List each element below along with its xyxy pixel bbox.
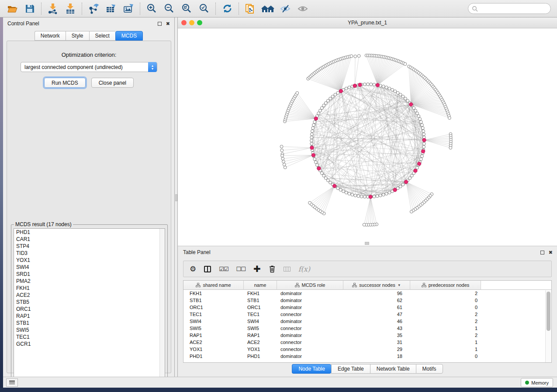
column-header-successor-nodes[interactable]: successor nodes▼ xyxy=(343,281,410,290)
export-network-button[interactable] xyxy=(85,2,102,16)
mcds-result-item[interactable]: FKH1 xyxy=(14,285,165,292)
zoom-selected-button[interactable] xyxy=(195,2,213,16)
mcds-result-item[interactable]: YOX1 xyxy=(14,257,165,264)
refresh-layout-button[interactable] xyxy=(218,2,236,16)
table-row[interactable]: STB1STB1dominator620 xyxy=(183,297,551,304)
float-panel-icon[interactable] xyxy=(158,22,162,26)
tab-network[interactable]: Network xyxy=(35,31,66,41)
tab-select[interactable]: Select xyxy=(89,31,115,41)
mcds-result-item[interactable]: STB1 xyxy=(14,320,165,327)
tab-style[interactable]: Style xyxy=(66,31,89,41)
add-column-icon[interactable]: ✚ xyxy=(253,265,261,273)
task-history-button[interactable] xyxy=(6,378,18,387)
column-header-name[interactable]: name xyxy=(244,281,277,290)
column-header-MCDS-role[interactable]: MCDS role xyxy=(277,281,343,290)
clone-network-button[interactable] xyxy=(242,2,259,16)
mcds-result-item[interactable]: STP4 xyxy=(14,243,165,250)
import-network-button[interactable] xyxy=(44,2,62,16)
tab-edge-table[interactable]: Edge Table xyxy=(331,364,370,374)
node-table[interactable]: shared namenameMCDS rolesuccessor nodes▼… xyxy=(183,280,552,363)
tab-node-table[interactable]: Node Table xyxy=(292,364,331,374)
toolbar-separator xyxy=(41,3,42,15)
zoom-selected-icon xyxy=(199,3,210,14)
tab-motifs[interactable]: Motifs xyxy=(416,364,443,374)
optimization-criterion-label: Optimization criterion: xyxy=(7,52,171,58)
table-scrollbar[interactable] xyxy=(545,290,551,362)
network-hscroll-thumb[interactable] xyxy=(365,242,369,245)
column-header-shared-name[interactable]: shared name xyxy=(183,281,244,290)
select-all-icon[interactable]: ☑☑ xyxy=(219,266,228,272)
table-row[interactable]: YOX1YOX1connector291 xyxy=(183,346,551,353)
search-box[interactable] xyxy=(468,3,551,14)
gear-icon[interactable]: ⚙ xyxy=(190,265,196,273)
mcds-result-item[interactable]: SRD1 xyxy=(14,271,165,278)
table-row[interactable]: PHD1PHD1dominator180 xyxy=(183,353,551,360)
mcds-result-item[interactable]: CAR1 xyxy=(14,236,165,243)
mcds-result-item[interactable]: RAP1 xyxy=(14,313,165,320)
toolbar-separator xyxy=(140,3,140,15)
close-panel-icon[interactable]: ✖ xyxy=(166,21,170,26)
network-graph[interactable]: .ring,.leaf{fill:#fff;stroke:#7a7a7a;str… xyxy=(178,28,557,245)
table-row[interactable]: TEC1TEC1connector472 xyxy=(183,311,551,318)
mcds-result-item[interactable]: PHD1 xyxy=(14,229,165,236)
table-row[interactable]: ACE2ACE2connector311 xyxy=(183,339,551,346)
column-type-icon xyxy=(196,283,201,287)
search-icon xyxy=(472,6,478,12)
zoom-out-button[interactable] xyxy=(160,2,178,16)
column-type-icon xyxy=(295,283,300,287)
run-mcds-button[interactable]: Run MCDS xyxy=(44,78,86,88)
close-panel-button[interactable]: Close panel xyxy=(91,78,134,88)
table-row[interactable]: SWI5SWI5connector431 xyxy=(183,325,551,332)
zoom-out-icon xyxy=(164,3,175,14)
column-header-predecessor-nodes[interactable]: predecessor nodes xyxy=(410,281,481,290)
open-file-icon xyxy=(7,3,17,14)
table-row[interactable]: FKH1FKH1dominator962 xyxy=(183,290,551,297)
open-file-button[interactable] xyxy=(3,2,21,16)
mcds-result-item[interactable]: STB5 xyxy=(14,299,165,306)
search-input[interactable] xyxy=(480,6,545,12)
mcds-result-item[interactable]: TID3 xyxy=(14,250,165,257)
mcds-result-item[interactable]: SWI4 xyxy=(14,264,165,271)
zoom-fit-button[interactable] xyxy=(178,2,195,16)
memory-status-icon xyxy=(525,381,529,385)
zoom-in-button[interactable] xyxy=(143,2,160,16)
tab-mcds[interactable]: MCDS xyxy=(115,31,143,41)
optimization-criterion-select[interactable]: largest connected component (undirected)… xyxy=(21,62,157,72)
mcds-result-list[interactable]: PHD1CAR1STP4TID3YOX1SWI4SRD1PMA2FKH1ACE2… xyxy=(14,228,165,384)
mcds-result-item[interactable]: GCR1 xyxy=(14,340,165,347)
network-canvas[interactable]: .ring,.leaf{fill:#fff;stroke:#7a7a7a;str… xyxy=(178,28,557,245)
mcds-result-item[interactable]: SWI5 xyxy=(14,327,165,334)
vertical-splitter[interactable] xyxy=(175,17,178,377)
table-row[interactable]: ORC1ORC1dominator610 xyxy=(183,304,551,311)
show-all-button[interactable] xyxy=(294,2,311,16)
table-row[interactable]: RAP1RAP1dominator352 xyxy=(183,332,551,339)
close-panel-icon[interactable]: ✖ xyxy=(549,250,553,255)
table-scrollbar-thumb[interactable] xyxy=(547,292,550,331)
float-panel-icon[interactable] xyxy=(540,251,544,254)
hide-selected-icon xyxy=(280,4,291,14)
splitter-handle[interactable] xyxy=(175,194,177,201)
export-image-button[interactable] xyxy=(120,2,137,16)
export-table-button[interactable] xyxy=(102,2,120,16)
save-session-icon xyxy=(25,4,35,14)
mcds-result-item[interactable]: ORC1 xyxy=(14,306,165,313)
table-row[interactable]: SWI4SWI4dominator462 xyxy=(183,318,551,325)
desktop-wallpaper-left xyxy=(0,17,3,388)
first-neighbors-button[interactable] xyxy=(259,2,277,16)
mcds-list-scrollbar[interactable] xyxy=(159,229,165,383)
memory-button[interactable]: Memory xyxy=(521,378,553,387)
table-toolbar: ⚙ ☑☑ ☐☐ ✚ f(x) xyxy=(183,261,552,277)
delete-column-icon[interactable] xyxy=(269,265,276,273)
save-session-button[interactable] xyxy=(21,2,38,16)
network-title: YPA_prune.txt_1 xyxy=(178,20,557,26)
import-table-button[interactable] xyxy=(62,2,79,16)
first-neighbors-icon xyxy=(261,3,274,14)
mcds-result-item[interactable]: ACE2 xyxy=(14,292,165,299)
mcds-result-item[interactable]: PMA2 xyxy=(14,278,165,285)
deselect-all-icon[interactable]: ☐☐ xyxy=(236,266,246,272)
mcds-result-item[interactable]: TEC1 xyxy=(14,334,165,340)
column-layout-icon[interactable] xyxy=(204,266,211,272)
mcds-result-groupbox: MCDS result (17 nodes) PHD1CAR1STP4TID3Y… xyxy=(11,221,168,384)
hide-selected-button[interactable] xyxy=(277,2,294,16)
tab-network-table[interactable]: Network Table xyxy=(370,364,416,374)
